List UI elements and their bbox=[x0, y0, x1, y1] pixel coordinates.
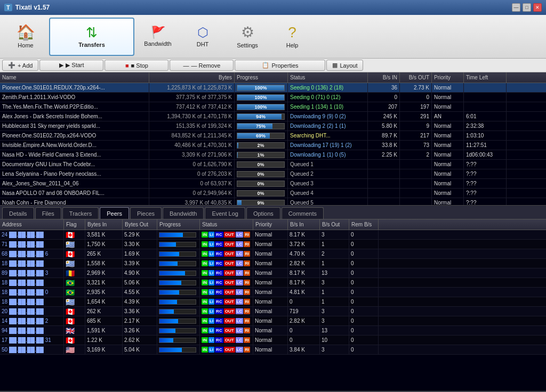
start-button[interactable]: ▶ ▶ Start bbox=[39, 60, 103, 71]
peer-row[interactable]: 20 ██.██.██.██ 🇨🇦 262 K 3.36 K IN LI RC … bbox=[0, 307, 546, 316]
peer-bytesout: 3.26 K bbox=[123, 326, 157, 335]
transfer-name: Nasa HD - Wide Field Camera 3 Extend... bbox=[0, 150, 149, 159]
properties-icon: 📋 bbox=[262, 62, 269, 69]
help-button[interactable]: ? Help bbox=[271, 18, 314, 56]
header-progress: Progress bbox=[235, 72, 288, 83]
transfer-progress: 0% bbox=[235, 189, 288, 198]
add-button[interactable]: ➕ + Add bbox=[2, 60, 38, 71]
peer-bytesin: 2,969 K bbox=[85, 268, 123, 277]
maximize-button[interactable]: □ bbox=[523, 3, 531, 12]
dht-button[interactable]: ⬡ DHT bbox=[181, 18, 224, 56]
peer-progress bbox=[157, 288, 200, 297]
transfer-name: Hubblecast 31 Sky merger yields sparkl..… bbox=[0, 121, 149, 130]
peer-bsout: 3 bbox=[320, 345, 349, 354]
peer-flag: 🇷🇴 bbox=[64, 268, 85, 277]
transfer-bytes: 0 of 2,949,964 K bbox=[149, 189, 235, 198]
peer-flag: 🇺🇸 bbox=[64, 345, 85, 354]
peer-flag: 🇨🇦 bbox=[64, 336, 85, 345]
transfer-timeleft: 11:27:51 bbox=[464, 141, 507, 150]
transfer-bytes: 151,335 K of 199,324 K bbox=[149, 121, 235, 130]
peer-status: IN LI RC OUT LC RI bbox=[200, 307, 253, 316]
peer-bytesin: 265 K bbox=[85, 249, 123, 258]
peer-priority: Normal bbox=[253, 316, 288, 325]
transfer-priority: AN bbox=[432, 112, 464, 121]
transfer-row[interactable]: Pioneer.One.S01E02.720p.x264-VODO 843,85… bbox=[0, 131, 546, 141]
tab-pieces[interactable]: Pieces bbox=[130, 207, 162, 219]
bandwidth-button[interactable]: 🚩 Bandwidth bbox=[136, 18, 179, 56]
tab-peers[interactable]: Peers bbox=[100, 207, 129, 219]
peer-row[interactable]: 24 ██.██.██.██ 🇨🇦 3,581 K 5.29 K IN LI R… bbox=[0, 230, 546, 240]
peer-row[interactable]: 18 ██.██.██.██ 🇺🇾 1,654 K 4.39 K IN LI R… bbox=[0, 297, 546, 307]
transfer-progress: 75% bbox=[235, 121, 288, 130]
tab-bandwidth[interactable]: Bandwidth bbox=[163, 207, 204, 219]
tab-files[interactable]: Files bbox=[35, 207, 61, 219]
peer-row[interactable]: 18 ██.██.██.██ 🇧🇷 3,321 K 5.06 K IN LI R… bbox=[0, 278, 546, 288]
titlebar-title: T Tixati v1.57 bbox=[4, 4, 50, 11]
tabs-bar: DetailsFilesTrackersPeersPiecesBandwidth… bbox=[0, 206, 546, 219]
tab-eventlog[interactable]: Event Log bbox=[205, 207, 245, 219]
peer-bytesin: 1,654 K bbox=[85, 297, 123, 306]
peer-row[interactable]: 94 ██.██.██.██ 🇬🇧 1,591 K 3.26 K IN LI R… bbox=[0, 326, 546, 336]
peer-row[interactable]: 18 ██.██.██.██ 🇺🇾 1,558 K 3.39 K IN LI R… bbox=[0, 259, 546, 268]
transfer-row[interactable]: Invisible.Empire.A.New.World.Order.D... … bbox=[0, 141, 546, 150]
transfer-status: Downloading 17 (19) 1 (2) bbox=[288, 141, 368, 150]
transfer-row[interactable]: Hubblecast 31 Sky merger yields sparkl..… bbox=[0, 121, 546, 131]
tab-trackers[interactable]: Trackers bbox=[62, 207, 99, 219]
transfer-timeleft: 1d06:00:43 bbox=[464, 150, 507, 159]
peer-progress bbox=[157, 307, 200, 316]
peer-progress bbox=[157, 336, 200, 345]
transfer-row[interactable]: Pioneer.One.S01E01.REDUX.720p.x264-... 1… bbox=[0, 83, 546, 93]
transfer-row[interactable]: Zenith.Part.1.2011.Xvid-VODO 377,375 K o… bbox=[0, 93, 546, 102]
stop-button[interactable]: ■ ■ Stop bbox=[105, 60, 168, 71]
transfers-button[interactable]: ⇅ Transfers bbox=[49, 18, 134, 56]
peer-bytesout: 4.55 K bbox=[123, 288, 157, 297]
transfer-row[interactable]: Noah Cohn - Fire Diamond 3,997 K of 40,8… bbox=[0, 198, 546, 206]
list-header: Name Bytes Progress Status B/s IN B/s OU… bbox=[0, 72, 546, 83]
properties-button[interactable]: 📋 Properties bbox=[235, 60, 325, 71]
peer-row[interactable]: 14 ██.██.██.██ 2 🇨🇦 685 K 2.17 K IN LI R… bbox=[0, 316, 546, 326]
peer-status: IN LI RC OUT LC RI bbox=[200, 345, 253, 354]
peer-row[interactable]: 89 ██.██.██.██ 3 🇷🇴 2,969 K 4.90 K IN LI… bbox=[0, 268, 546, 278]
transfer-row[interactable]: The.Yes.Men.Fix.The.World.P2P.Editio... … bbox=[0, 102, 546, 112]
peer-row[interactable]: 68 ██.██.██.██ 6 🇨🇦 265 K 1.69 K IN LI R… bbox=[0, 249, 546, 259]
peer-flag: 🇺🇾 bbox=[64, 297, 85, 306]
peer-bsout: 10 bbox=[320, 336, 349, 345]
peers-header-priority: Priority bbox=[253, 219, 288, 230]
transfer-row[interactable]: Nasa HD - Wide Field Camera 3 Extend... … bbox=[0, 150, 546, 160]
transfer-name: The.Yes.Men.Fix.The.World.P2P.Editio... bbox=[0, 102, 149, 111]
transfer-bsout bbox=[400, 160, 432, 169]
transfer-row[interactable]: Alex Jones - Dark Secrets Inside Bohem..… bbox=[0, 112, 546, 121]
transfer-name: Zenith.Part.1.2011.Xvid-VODO bbox=[0, 93, 149, 102]
peer-flag: 🇬🇧 bbox=[64, 326, 85, 335]
transfer-progress: 69% bbox=[235, 131, 288, 140]
peer-row[interactable]: 50 ██.██.██.██ 🇺🇸 3,169 K 5.04 K IN LI R… bbox=[0, 345, 546, 355]
peer-row[interactable]: 71 ██.██.██.██ 🇺🇾 1,750 K 3.30 K IN LI R… bbox=[0, 240, 546, 249]
peer-row[interactable]: 18 ██.██.██.██ 0 🇧🇷 2,935 K 4.55 K IN LI… bbox=[0, 288, 546, 297]
tab-options[interactable]: Options bbox=[246, 207, 280, 219]
tab-details[interactable]: Details bbox=[2, 207, 34, 219]
close-button[interactable]: ✕ bbox=[533, 3, 542, 12]
transfer-bytes: 1,394,730 K of 1,470,178 K bbox=[149, 112, 235, 121]
tab-comments[interactable]: Comments bbox=[282, 207, 324, 219]
peer-progress bbox=[157, 326, 200, 335]
help-icon: ? bbox=[288, 25, 296, 40]
transfer-row[interactable]: Alex_Jones_Show_2011_04_06 0 of 63,937 K… bbox=[0, 179, 546, 189]
layout-button[interactable]: ▦ Layout bbox=[326, 60, 363, 71]
minimize-button[interactable]: — bbox=[512, 3, 520, 12]
remove-button[interactable]: — — Remove bbox=[170, 60, 234, 71]
peer-priority: Normal bbox=[253, 240, 288, 249]
peer-bsout: 3 bbox=[320, 307, 349, 316]
peer-rembps: 0 bbox=[349, 259, 379, 268]
transfer-name: Documentary GNU Linux The Codebr... bbox=[0, 160, 149, 169]
transfer-progress: 0% bbox=[235, 179, 288, 188]
transfer-row[interactable]: Lena Selyanina - Piano Poetry neoclass..… bbox=[0, 169, 546, 179]
transfer-row[interactable]: Nasa APOLLO 07 and 08 ONBOARD FIL... 0 o… bbox=[0, 189, 546, 198]
header-priority: Priority bbox=[432, 72, 464, 83]
transfer-row[interactable]: Documentary GNU Linux The Codebr... 0 of… bbox=[0, 160, 546, 169]
transfer-priority: Normal bbox=[432, 83, 464, 92]
transfer-bsout: 2 bbox=[400, 150, 432, 159]
peer-row[interactable]: 17 ██.██.██.██ 31 🇨🇦 1.22 K 2.62 K IN LI… bbox=[0, 336, 546, 345]
transfer-status: Searching DHT... bbox=[288, 131, 368, 140]
settings-button[interactable]: ⚙ Settings bbox=[226, 18, 269, 56]
home-button[interactable]: 🏠 Home bbox=[4, 18, 47, 56]
